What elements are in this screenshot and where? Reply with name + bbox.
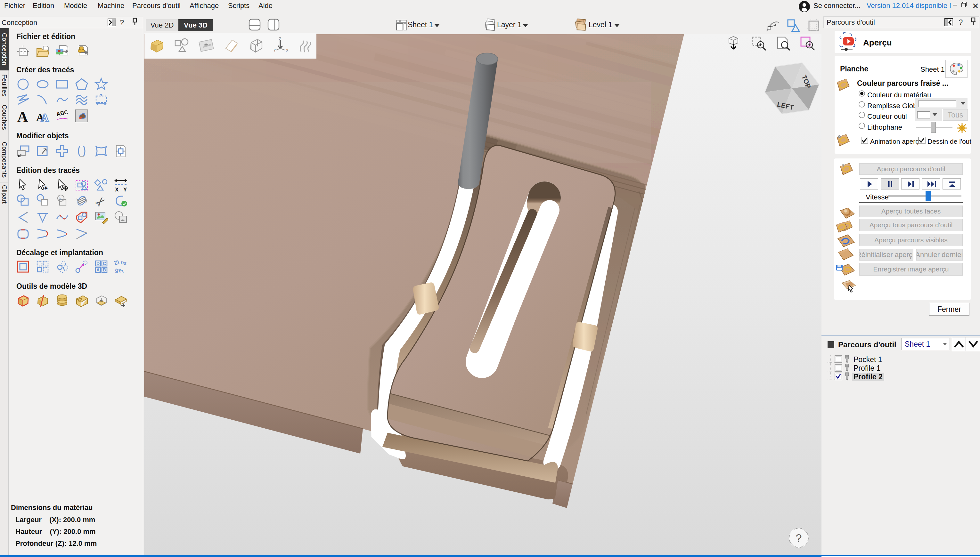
svg-text:X: X (286, 48, 289, 52)
svg-text:ABC: ABC (56, 109, 68, 117)
svg-text:C: C (103, 261, 106, 266)
svg-text:Y: Y (123, 187, 127, 192)
svg-text:D: D (96, 261, 99, 266)
svg-text:B: B (103, 267, 106, 272)
svg-text:Zi: Zi (114, 260, 120, 267)
svg-text:?: ? (99, 93, 103, 98)
svg-text:A: A (41, 111, 49, 123)
svg-text:✂: ✂ (94, 194, 108, 208)
svg-text:ns: ns (120, 260, 127, 266)
svg-text:Y: Y (274, 48, 276, 52)
svg-text:A: A (17, 109, 28, 123)
svg-text:A: A (96, 267, 99, 272)
svg-text:Z: Z (279, 37, 281, 41)
svg-text:X: X (115, 187, 119, 192)
